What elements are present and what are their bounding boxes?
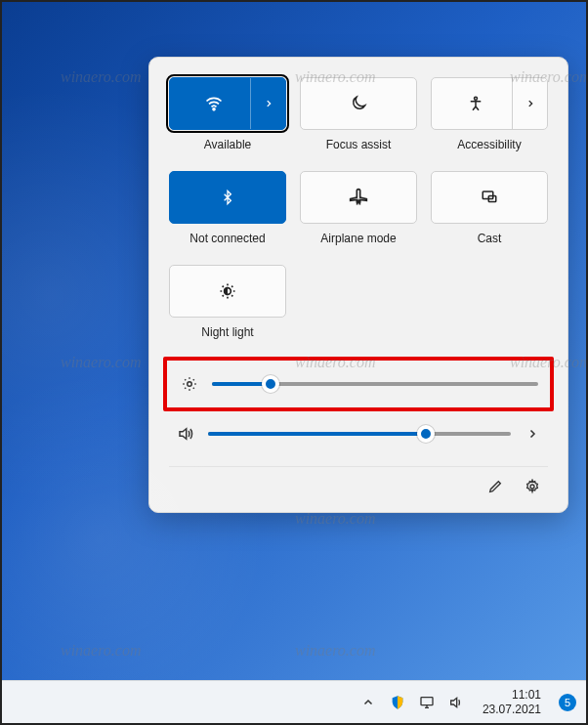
chevron-right-icon bbox=[526, 428, 538, 440]
tray-overflow-button[interactable] bbox=[359, 694, 377, 711]
taskbar: 11:01 23.07.2021 5 bbox=[2, 680, 586, 723]
accessibility-icon bbox=[467, 95, 484, 112]
quick-settings-footer bbox=[169, 466, 548, 500]
tile-wrap-night-light: Night light bbox=[169, 265, 286, 351]
cast-tile-label: Cast bbox=[478, 232, 502, 245]
svg-point-1 bbox=[475, 97, 478, 100]
accessibility-tile-label: Accessibility bbox=[457, 138, 521, 151]
accessibility-tile[interactable] bbox=[431, 77, 548, 130]
chevron-right-icon bbox=[264, 99, 273, 108]
tile-wrap-bluetooth: Not connected bbox=[169, 171, 286, 257]
watermark: winaero.com bbox=[61, 354, 142, 371]
watermark: winaero.com bbox=[61, 68, 142, 86]
tile-wrap-focus-assist: Focus assist bbox=[300, 77, 417, 163]
airplane-mode-tile[interactable] bbox=[300, 171, 417, 224]
brightness-slider[interactable] bbox=[212, 382, 538, 386]
svg-point-5 bbox=[188, 382, 192, 387]
svg-point-6 bbox=[530, 485, 534, 489]
airplane-icon bbox=[349, 188, 368, 207]
svg-point-0 bbox=[213, 108, 215, 110]
night-light-tile-label: Night light bbox=[201, 325, 253, 339]
sliders-section bbox=[169, 357, 548, 456]
bluetooth-tile[interactable] bbox=[169, 171, 286, 224]
network-tray-icon[interactable] bbox=[418, 694, 436, 711]
speaker-icon bbox=[448, 695, 464, 710]
focus-assist-tile[interactable] bbox=[300, 77, 417, 130]
moon-icon bbox=[350, 95, 367, 112]
taskbar-date: 23.07.2021 bbox=[483, 703, 541, 716]
wifi-expand-button[interactable] bbox=[250, 78, 285, 129]
notification-count: 5 bbox=[565, 697, 570, 708]
tile-wrap-airplane: Airplane mode bbox=[300, 171, 417, 257]
notification-center-button[interactable]: 5 bbox=[559, 694, 576, 711]
volume-output-button[interactable] bbox=[523, 428, 542, 440]
wifi-icon bbox=[204, 94, 224, 113]
speaker-icon bbox=[175, 425, 196, 443]
accessibility-expand-button[interactable] bbox=[512, 78, 547, 129]
wifi-tile[interactable] bbox=[169, 77, 286, 130]
quick-settings-tiles: Available Focus assist Accessibility bbox=[169, 77, 548, 351]
cast-tile[interactable] bbox=[431, 171, 548, 224]
focus-assist-tile-label: Focus assist bbox=[326, 138, 392, 151]
volume-row bbox=[169, 411, 548, 456]
tile-wrap-cast: Cast bbox=[431, 171, 548, 257]
brightness-slider-thumb[interactable] bbox=[262, 375, 279, 393]
edit-quick-settings-button[interactable] bbox=[485, 477, 505, 496]
watermark: winaero.com bbox=[295, 642, 376, 660]
security-tray-icon[interactable] bbox=[389, 694, 406, 711]
volume-slider[interactable] bbox=[208, 432, 511, 436]
bluetooth-tile-label: Not connected bbox=[189, 232, 265, 245]
open-settings-button[interactable] bbox=[523, 477, 542, 496]
taskbar-clock[interactable]: 11:01 23.07.2021 bbox=[483, 688, 541, 716]
night-light-tile[interactable] bbox=[169, 265, 286, 318]
brightness-row bbox=[163, 357, 554, 411]
svg-rect-7 bbox=[421, 697, 433, 704]
tile-wrap-wifi: Available bbox=[169, 77, 286, 163]
bluetooth-icon bbox=[220, 188, 235, 207]
tile-wrap-accessibility: Accessibility bbox=[431, 77, 548, 163]
pencil-icon bbox=[487, 479, 503, 494]
night-light-icon bbox=[218, 281, 237, 301]
taskbar-time: 11:01 bbox=[483, 688, 541, 702]
volume-tray-icon[interactable] bbox=[447, 694, 465, 711]
brightness-icon bbox=[179, 375, 200, 393]
system-tray: 11:01 23.07.2021 5 bbox=[359, 688, 576, 716]
gear-icon bbox=[525, 479, 540, 494]
monitor-icon bbox=[419, 695, 435, 710]
volume-slider-thumb[interactable] bbox=[417, 425, 435, 443]
cast-icon bbox=[480, 189, 499, 206]
chevron-up-icon bbox=[362, 697, 374, 708]
wifi-tile-label: Available bbox=[204, 138, 251, 151]
shield-icon bbox=[390, 695, 405, 710]
watermark: winaero.com bbox=[61, 642, 142, 660]
airplane-mode-tile-label: Airplane mode bbox=[320, 232, 396, 245]
quick-settings-panel: Available Focus assist Accessibility bbox=[148, 57, 568, 513]
chevron-right-icon bbox=[525, 99, 535, 108]
